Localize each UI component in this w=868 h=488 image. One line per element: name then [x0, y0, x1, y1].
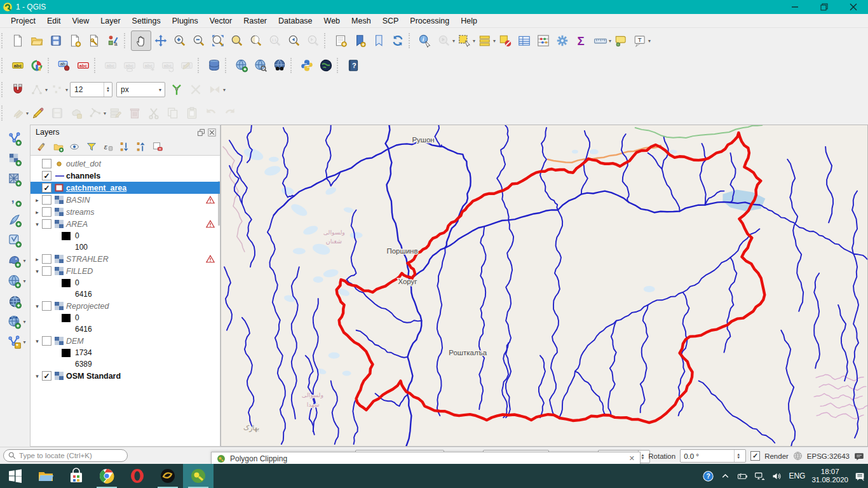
menu-project[interactable]: Project [5, 15, 41, 27]
layer-checkbox[interactable]: ✓ [42, 371, 51, 381]
menu-scp[interactable]: SCP [377, 15, 405, 27]
map-tips-button[interactable] [611, 31, 630, 50]
open-attribute-table-button[interactable] [515, 31, 534, 50]
menu-web[interactable]: Web [318, 15, 346, 27]
refresh-button[interactable] [388, 31, 407, 50]
zoom-to-selection-button[interactable] [227, 31, 247, 50]
zoom-to-layer-button[interactable] [247, 31, 266, 50]
pan-map-button[interactable] [131, 30, 151, 51]
layer-labeling-button[interactable]: abc [8, 56, 27, 75]
remove-layer-button[interactable] [150, 140, 165, 154]
layer-row-filled[interactable]: ▾FILLED [31, 265, 220, 277]
select-by-value-button[interactable] [475, 31, 494, 50]
clock[interactable]: 18:07 31.08.2020 [811, 468, 848, 484]
cut-features-button[interactable] [144, 104, 163, 123]
db-manager-button[interactable] [205, 56, 224, 75]
layer-row-osm-standard[interactable]: ▾✓OSM Standard [31, 370, 220, 382]
layer-row-basin[interactable]: ▸BASIN [31, 194, 220, 206]
add-delimited-text-layer-button[interactable]: , [5, 191, 25, 209]
expander-icon[interactable]: ▸ [32, 197, 42, 203]
manage-map-themes-button[interactable] [67, 140, 83, 154]
show-hidden-labels-button[interactable]: abc [120, 56, 139, 75]
current-edits-button[interactable] [8, 104, 27, 123]
highlight-pinned-labels-button[interactable]: abc [101, 56, 120, 75]
python-console-button[interactable] [297, 56, 316, 75]
layer-row-outlet-dot[interactable]: outlet_dot [31, 158, 220, 170]
layer-row-strahler[interactable]: ▸STRAHLER [31, 253, 220, 265]
save-edits-button[interactable] [48, 104, 67, 123]
identify-features-button[interactable]: i [416, 31, 435, 50]
file-explorer-button[interactable] [31, 464, 61, 488]
change-label-button[interactable]: abc [177, 56, 196, 75]
osm-place-search-button[interactable] [316, 56, 336, 75]
layer-checkbox[interactable] [42, 336, 51, 346]
show-layout-manager-button[interactable] [85, 31, 104, 50]
layer-row-catchment-area[interactable]: ✓catchment_area [31, 182, 220, 194]
snap-units-combobox[interactable]: px▾ [116, 82, 165, 97]
new-bookmark-button[interactable] [350, 31, 369, 50]
undo-button[interactable] [201, 104, 220, 123]
restore-button[interactable] [810, 0, 839, 14]
menu-layer[interactable]: Layer [95, 15, 126, 27]
layer-checkbox[interactable] [42, 219, 51, 229]
zoom-out-button[interactable] [189, 31, 208, 50]
expand-all-button[interactable] [117, 140, 132, 154]
locate-input[interactable]: Type to locate (Ctrl+K) [3, 449, 128, 462]
map-canvas[interactable]: РушонПоршинвХоругРошткалъаولسوالیشغنانول… [220, 125, 868, 447]
zoom-full-button[interactable] [208, 31, 227, 50]
snap-points-button[interactable] [48, 80, 67, 99]
zoom-last-button[interactable] [285, 31, 304, 50]
save-project-button[interactable] [46, 31, 65, 50]
delete-selected-button[interactable] [125, 104, 144, 123]
close-button[interactable] [839, 0, 868, 14]
layer-checkbox[interactable] [42, 301, 51, 311]
layer-warning-icon[interactable] [206, 255, 215, 263]
deselect-all-button[interactable] [496, 31, 515, 50]
add-raster-layer-button[interactable] [5, 150, 25, 168]
expander-icon[interactable]: ▸ [32, 209, 42, 215]
show-statistics-button[interactable]: Σ [572, 31, 591, 50]
abc-red-label-button[interactable]: abc [74, 56, 93, 75]
help-contents-button[interactable]: ? [344, 56, 363, 75]
redo-button[interactable] [220, 104, 240, 123]
rotation-spinbox[interactable]: 0.0 °▲▼ [680, 449, 746, 463]
messages-icon[interactable] [854, 451, 864, 461]
multi-edit-attributes-button[interactable] [106, 104, 125, 123]
layer-row-reprojected[interactable]: ▾Reprojected [31, 300, 220, 312]
digitize-shape-button[interactable] [67, 104, 86, 123]
statistical-summary-button[interactable] [534, 31, 553, 50]
add-spatialite-layer-button[interactable] [5, 231, 25, 250]
labeling-pin-button[interactable]: ab [55, 56, 74, 75]
menu-processing[interactable]: Processing [404, 15, 455, 27]
menu-help[interactable]: Help [455, 15, 483, 27]
layer-row-dem[interactable]: ▾DEM [31, 335, 220, 347]
speaker-icon[interactable] [771, 471, 782, 482]
add-vector-layer-button[interactable] [5, 130, 25, 148]
expander-icon[interactable]: ▸ [32, 256, 42, 262]
popup-close-icon[interactable]: ✕ [629, 454, 635, 463]
topological-editing-button[interactable] [167, 80, 186, 99]
filter-legend-button[interactable] [84, 140, 99, 154]
add-wfs-layer-button[interactable] [4, 313, 24, 331]
pan-to-selection-button[interactable] [151, 31, 170, 50]
panel-float-button[interactable] [196, 128, 207, 137]
menu-vector[interactable]: Vector [204, 15, 238, 27]
help-tray-icon[interactable]: ? [703, 471, 714, 482]
bandicam-button[interactable] [153, 464, 183, 488]
menu-database[interactable]: Database [273, 15, 318, 27]
language-indicator[interactable]: ENG [789, 471, 805, 480]
expander-icon[interactable]: ▾ [32, 303, 42, 309]
layer-checkbox[interactable]: ✓ [42, 183, 51, 193]
open-layer-styling-button[interactable] [34, 140, 50, 154]
expander-icon[interactable]: ▾ [32, 221, 42, 227]
menu-settings[interactable]: Settings [126, 15, 166, 27]
processing-toolbox-button[interactable] [553, 31, 572, 50]
measure-button[interactable] [591, 31, 610, 50]
snap-tolerance-spinbox[interactable]: 12▲▼ [70, 82, 112, 97]
metasearch-catalog-button[interactable] [270, 56, 289, 75]
expander-icon[interactable]: ▾ [32, 268, 42, 274]
tracing-button[interactable] [205, 80, 224, 99]
toggle-editing-button[interactable] [29, 104, 48, 123]
new-layout-button[interactable] [331, 31, 350, 50]
rotate-label-button[interactable]: abc [158, 56, 177, 75]
